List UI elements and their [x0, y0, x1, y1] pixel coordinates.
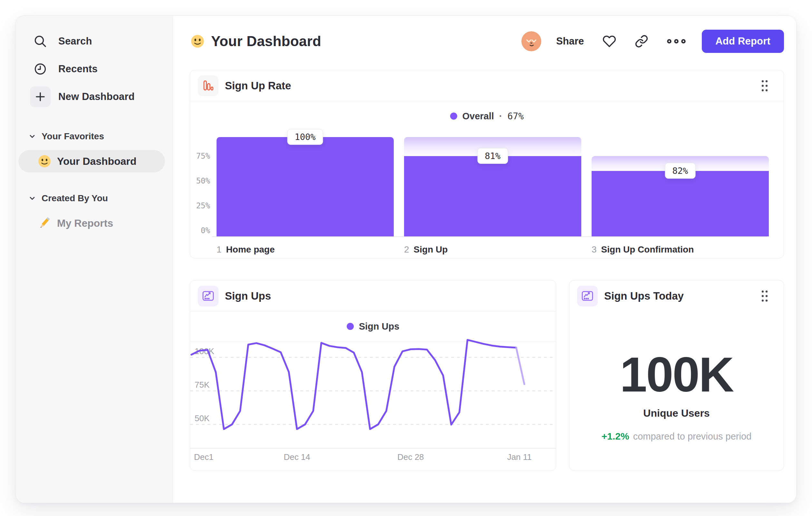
funnel-legend: Overall · 67%: [190, 109, 784, 123]
ellipsis-icon: [667, 38, 686, 45]
line-chart-icon: [198, 286, 219, 306]
smiley-emoji-icon: [37, 154, 52, 169]
sidebar-item-new-dashboard[interactable]: New Dashboard: [16, 83, 173, 111]
link-icon: [635, 34, 648, 48]
funnel-baseline: [212, 236, 767, 237]
funnel-y-tick: 0%: [193, 226, 210, 235]
funnel-category-label: 3Sign Up Confirmation: [591, 244, 694, 255]
line-x-tick: Dec1: [194, 452, 214, 462]
line-x-tick: Jan 11: [507, 452, 532, 462]
kpi-card-header: Sign Ups Today: [569, 280, 784, 311]
signups-line: [516, 348, 524, 384]
funnel-category-label: 2Sign Up: [404, 244, 447, 255]
sidebar-item-label: Your Dashboard: [57, 156, 137, 167]
funnel-card-header: Sign Up Rate: [190, 70, 784, 101]
sidebar-item-search[interactable]: Search: [16, 27, 173, 55]
plus-icon: [30, 86, 51, 107]
header-actions: Share Add Report: [521, 30, 784, 53]
funnel-bar[interactable]: [591, 171, 769, 236]
smiley-emoji-icon: [190, 33, 205, 49]
chevron-down-icon: [29, 133, 36, 140]
drag-handle-icon[interactable]: [760, 289, 770, 303]
funnel-bar[interactable]: [216, 137, 394, 236]
line-x-tick: Dec 28: [397, 452, 424, 462]
card-title: Sign Ups: [225, 290, 271, 302]
avatar[interactable]: [521, 31, 541, 51]
favorites-section: Your Favorites Your Dashboard: [16, 129, 173, 172]
sidebar-item-recents[interactable]: Recents: [16, 55, 173, 83]
line-card-header: Sign Ups: [190, 280, 556, 311]
line-chart-svg: [190, 329, 556, 453]
sidebar: Search Recents New Dashboard Your Favori…: [16, 16, 173, 503]
app-window: Search Recents New Dashboard Your Favori…: [16, 16, 796, 503]
favorite-heart-button[interactable]: [603, 34, 616, 48]
kpi-label: Unique Users: [569, 407, 784, 419]
copy-link-button[interactable]: [635, 34, 648, 48]
dashboard-header: Your Dashboard Share: [190, 29, 784, 54]
page-title: Your Dashboard: [211, 33, 321, 49]
kpi-delta-value: +1.2%: [602, 431, 629, 441]
section-title: Your Favorites: [41, 131, 104, 142]
drag-handle-icon[interactable]: [760, 78, 770, 93]
main-content: Your Dashboard Share: [173, 16, 796, 503]
card-title: Sign Up Rate: [225, 80, 291, 92]
heart-icon: [603, 34, 616, 48]
legend-dot: [450, 113, 457, 120]
search-icon: [30, 31, 51, 52]
line-chart-card: Sign Ups Sign Ups 100K75K50KDec1Dec 14De…: [190, 280, 556, 470]
sidebar-item-label: Search: [58, 35, 92, 47]
funnel-card: Sign Up Rate Overall · 67% 75%50%25%0%10…: [190, 70, 784, 258]
signups-line: [192, 340, 516, 429]
funnel-y-tick: 25%: [193, 201, 210, 210]
card-title: Sign Ups Today: [604, 290, 684, 302]
section-created-by-you[interactable]: Created By You: [16, 191, 173, 206]
share-button[interactable]: Share: [556, 35, 584, 47]
section-title: Created By You: [41, 193, 108, 203]
funnel-category-label: 1Home page: [216, 244, 275, 255]
funnel-bar[interactable]: [404, 156, 581, 236]
line-chart-icon: [577, 286, 598, 306]
line-x-tick: Dec 14: [284, 452, 310, 462]
bar-chart-icon: [198, 76, 219, 96]
sidebar-item-label: New Dashboard: [58, 91, 135, 103]
sidebar-item-label: My Reports: [57, 217, 113, 229]
sidebar-item-label: Recents: [58, 63, 98, 75]
add-report-button[interactable]: Add Report: [702, 30, 784, 53]
created-by-you-section: Created By You My Reports: [16, 191, 173, 235]
kpi-delta: +1.2%compared to previous period: [569, 431, 784, 442]
section-your-favorites[interactable]: Your Favorites: [16, 129, 173, 143]
funnel-y-tick: 75%: [193, 152, 210, 161]
funnel-y-tick: 50%: [193, 176, 210, 185]
kpi-card: Sign Ups Today 100K Unique Users +1.2%co…: [569, 280, 784, 470]
chevron-down-icon: [29, 195, 36, 202]
sidebar-item-my-reports[interactable]: My Reports: [18, 212, 165, 235]
kpi-delta-text: compared to previous period: [633, 431, 752, 441]
kpi-value: 100K: [569, 346, 784, 403]
clock-icon: [30, 59, 51, 79]
funnel-bar-tooltip: 82%: [665, 163, 696, 179]
pencil-emoji-icon: [37, 216, 52, 230]
sidebar-item-your-dashboard[interactable]: Your Dashboard: [18, 150, 165, 172]
funnel-bar-tooltip: 81%: [477, 148, 508, 164]
funnel-bar-tooltip: 100%: [287, 129, 323, 145]
more-options-button[interactable]: [667, 38, 686, 45]
